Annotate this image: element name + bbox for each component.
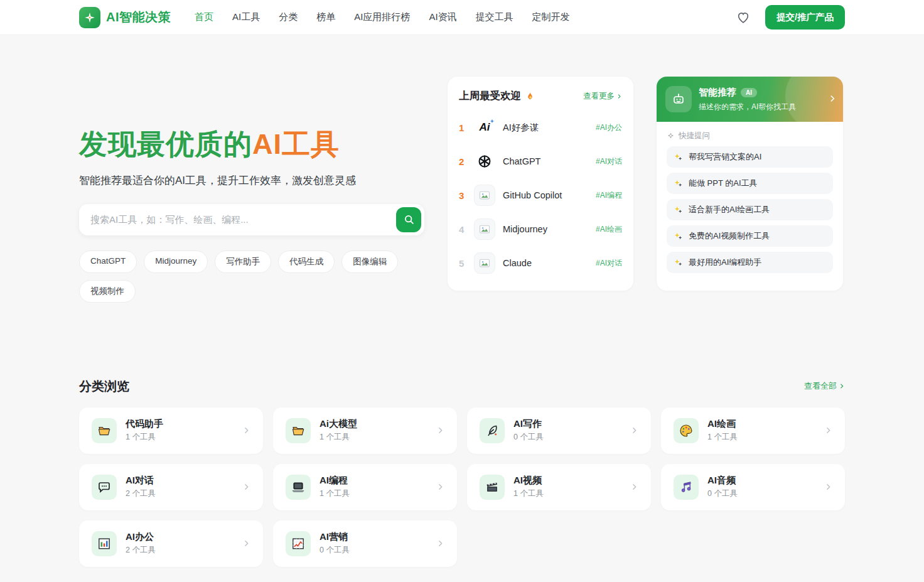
nav-item-ai-tools[interactable]: AI工具 <box>232 11 260 23</box>
recommend-subtitle: 描述你的需求，AI帮你找工具 <box>699 102 796 112</box>
chevron-right-icon <box>839 383 845 389</box>
quick-question-marketing-copy[interactable]: 帮我写营销文案的AI <box>667 146 833 168</box>
quick-question-list: 帮我写营销文案的AI 能做 PPT 的AI工具 适合新手的AI绘画工具 免费的A… <box>657 146 843 273</box>
tool-tag: #AI办公 <box>596 122 622 133</box>
feather-pen-icon <box>480 418 505 443</box>
chevron-right-icon <box>436 539 444 547</box>
quick-question-free-video[interactable]: 免费的AI视频制作工具 <box>667 225 833 247</box>
category-card-ai-llm[interactable]: Ai大模型1 个工具 <box>273 407 457 454</box>
tool-tag: #AI绘画 <box>596 224 622 235</box>
rank-number: 3 <box>459 190 469 201</box>
popular-title: 上周最受欢迎 <box>459 89 521 103</box>
sparkles-icon <box>674 205 683 215</box>
nav-item-home[interactable]: 首页 <box>195 11 213 23</box>
popular-view-more-link[interactable]: 查看更多 <box>583 91 622 102</box>
folder-icon <box>92 418 117 443</box>
palette-icon <box>674 418 699 443</box>
nav-item-custom-dev[interactable]: 定制开发 <box>532 11 570 23</box>
openai-logo-icon <box>474 151 495 172</box>
hot-tag-chatgpt[interactable]: ChatGPT <box>79 251 137 273</box>
laptop-icon <box>286 475 311 500</box>
category-card-ai-writing[interactable]: AI写作0 个工具 <box>467 407 651 454</box>
popular-list: 1 Ai AI好参谋 #AI办公 2 ChatGPT #AI对话 3 <box>459 110 622 280</box>
sparkle-outline-icon <box>667 132 675 140</box>
nav-item-app-leaderboard[interactable]: AI应用排行榜 <box>354 11 410 23</box>
category-grid: 代码助手1 个工具 Ai大模型1 个工具 AI写作0 个工具 AI绘画1 个工具 <box>79 407 845 582</box>
popular-item-ai-haocanmou[interactable]: 1 Ai AI好参谋 #AI办公 <box>459 110 622 144</box>
hero-section: 发现最优质的AI工具 智能推荐最适合你的AI工具，提升工作效率，激发创意灵感 C… <box>79 35 845 303</box>
tool-name: AI好参谋 <box>503 122 596 134</box>
quick-question-best-coding[interactable]: 最好用的AI编程助手 <box>667 252 833 273</box>
search-button[interactable] <box>396 207 421 232</box>
rank-number: 5 <box>459 258 469 269</box>
category-card-ai-audio[interactable]: AI音频0 个工具 <box>661 464 845 510</box>
hot-tag-video[interactable]: 视频制作 <box>79 280 136 303</box>
chevron-right-icon <box>630 483 638 491</box>
categories-view-all-link[interactable]: 查看全部 <box>804 380 845 392</box>
tool-name: Midjourney <box>503 224 596 234</box>
title-orange-part: AI工具 <box>252 128 340 160</box>
rank-number: 2 <box>459 156 469 167</box>
folder-icon <box>286 418 311 443</box>
rank-number: 1 <box>459 122 469 133</box>
rank-number: 4 <box>459 224 469 235</box>
bar-chart-icon <box>92 531 117 556</box>
popular-item-chatgpt[interactable]: 2 ChatGPT #AI对话 <box>459 144 622 178</box>
ai-badge: AI <box>741 88 757 97</box>
nav-item-categories[interactable]: 分类 <box>279 11 298 23</box>
broken-image-icon <box>474 218 495 240</box>
popular-item-claude[interactable]: 5 Claude #AI对话 <box>459 246 622 280</box>
hot-tag-midjourney[interactable]: Midjourney <box>144 251 208 273</box>
tool-tag: #AI编程 <box>596 190 622 201</box>
site-title: AI智能决策 <box>106 9 171 26</box>
nav-item-ai-news[interactable]: AI资讯 <box>429 11 456 23</box>
chevron-right-icon <box>630 426 638 434</box>
chevron-right-icon <box>824 483 832 491</box>
logo-sparkle-icon <box>79 7 100 28</box>
nav-item-rankings[interactable]: 榜单 <box>316 11 335 23</box>
chevron-right-icon <box>436 483 444 491</box>
quick-questions-label: 快捷提问 <box>679 131 710 141</box>
chevron-right-icon <box>828 94 837 105</box>
search-input[interactable] <box>79 204 424 235</box>
search-icon <box>403 213 415 225</box>
hot-tag-codegen[interactable]: 代码生成 <box>278 251 335 273</box>
quick-question-beginner-painting[interactable]: 适合新手的AI绘画工具 <box>667 199 833 220</box>
main-nav: 首页 AI工具 分类 榜单 AI应用排行榜 AI资讯 提交工具 定制开发 <box>195 11 570 23</box>
site-logo[interactable]: AI智能决策 <box>79 7 171 28</box>
popular-item-github-copilot[interactable]: 3 GitHub Copilot #AI编程 <box>459 178 622 212</box>
tool-tag: #AI对话 <box>596 258 622 269</box>
recommend-title: 智能推荐 <box>699 87 736 99</box>
category-card-ai-coding[interactable]: AI编程1 个工具 <box>273 464 457 510</box>
music-note-icon <box>674 475 699 500</box>
hot-tag-writing[interactable]: 写作助手 <box>215 251 271 273</box>
popular-last-week-card: 上周最受欢迎 查看更多 1 Ai AI好参谋 #AI办公 2 <box>448 77 633 291</box>
smart-recommend-card: 智能推荐 AI 描述你的需求，AI帮你找工具 快捷提问 帮我写营销文案的AI <box>657 77 843 291</box>
tool-name: GitHub Copilot <box>503 190 596 200</box>
fire-icon <box>525 91 535 102</box>
favorites-heart-icon[interactable] <box>736 11 750 24</box>
title-green-part: 发现最优质的 <box>79 128 252 160</box>
line-chart-icon <box>286 531 311 556</box>
category-card-ai-chat[interactable]: AI对话2 个工具 <box>79 464 263 510</box>
robot-icon <box>665 86 692 112</box>
hero-subtitle: 智能推荐最适合你的AI工具，提升工作效率，激发创意灵感 <box>79 173 424 188</box>
nav-item-submit-tool[interactable]: 提交工具 <box>476 11 513 23</box>
popular-item-midjourney[interactable]: 4 Midjourney #AI绘画 <box>459 212 622 246</box>
page-title: 发现最优质的AI工具 <box>79 128 424 161</box>
tool-tag: #AI对话 <box>596 156 622 167</box>
smart-recommend-header[interactable]: 智能推荐 AI 描述你的需求，AI帮你找工具 <box>657 77 843 122</box>
category-card-code-assistant[interactable]: 代码助手1 个工具 <box>79 407 263 454</box>
categories-section-title: 分类浏览 <box>79 378 129 395</box>
submit-promote-button[interactable]: 提交/推广产品 <box>765 5 845 30</box>
category-card-ai-marketing[interactable]: AI营销0 个工具 <box>273 520 457 567</box>
category-card-ai-office[interactable]: AI办公2 个工具 <box>79 520 263 567</box>
category-card-ai-painting[interactable]: AI绘画1 个工具 <box>661 407 845 454</box>
chevron-right-icon <box>242 426 250 434</box>
quick-question-ppt-tool[interactable]: 能做 PPT 的AI工具 <box>667 173 833 194</box>
hot-tag-image-edit[interactable]: 图像编辑 <box>341 251 398 273</box>
clapperboard-icon <box>480 475 505 500</box>
category-card-ai-video[interactable]: AI视频1 个工具 <box>467 464 651 510</box>
chevron-right-icon <box>242 483 250 491</box>
broken-image-icon <box>474 185 495 206</box>
